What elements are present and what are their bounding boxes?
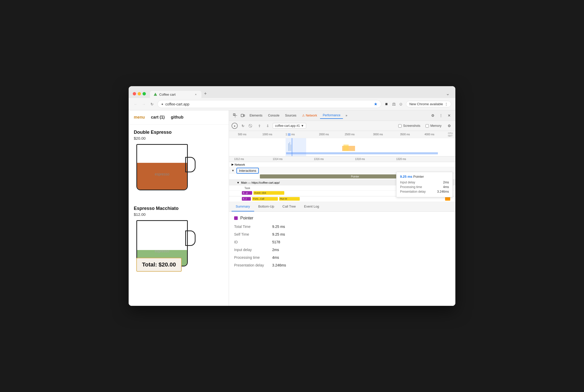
device-toolbar-button[interactable] [239, 112, 246, 119]
tab-network[interactable]: ⚠ Network [299, 112, 320, 119]
tab-event-log[interactable]: Event Log [300, 202, 323, 211]
bottom-tabs: Summary Bottom-Up Call Tree Event Log [229, 202, 455, 212]
minimize-traffic-light[interactable] [138, 92, 141, 95]
nav-github[interactable]: github [171, 115, 183, 120]
summary-title-row: Pointer [234, 216, 450, 220]
task-bar-run-m[interactable]: Run M [279, 197, 300, 201]
interaction-bar-container: Pointer 9.25 ms Pointer Input delay 2ms … [229, 174, 455, 180]
product-item-1: Double Espresso $20.00 espresso [134, 130, 224, 201]
total-badge: Total: $20.00 [136, 258, 182, 272]
close-traffic-light[interactable] [133, 92, 136, 95]
active-tab[interactable]: Coffee cart × [150, 91, 201, 98]
coffee-cup-1[interactable]: espresso [134, 144, 196, 201]
summary-row-processing: Processing time 4ms [234, 255, 450, 260]
clear-button[interactable]: ⃠ [248, 123, 254, 129]
ruler-tick-1ms: 1 |||| ms [286, 133, 295, 136]
address-bar: ← → ↻ ● coffee-cart.app ★ ◾ ⚖ ☺ New Chro… [129, 98, 455, 110]
cup-body-1: espresso [136, 144, 188, 190]
perf-toolbar: ● ↻ ⃠ ⇧ ⇩ coffee-cart.app #1 ▼ Screensho… [229, 121, 455, 131]
coffee-cup-2[interactable]: espresso Total: $20.00 [134, 220, 196, 272]
task-bar-event-click[interactable]: Event: click [253, 191, 284, 195]
task-bar-ep[interactable]: E...p [242, 191, 252, 195]
tab-title: Coffee cart [159, 93, 175, 96]
ruler-tick-4000: 4000 ms [424, 133, 434, 136]
timeline-chart[interactable] [229, 138, 455, 156]
labs-icon[interactable]: ⚖ [392, 102, 396, 106]
svg-rect-7 [288, 143, 289, 151]
tab-sources[interactable]: Sources [282, 112, 299, 119]
security-icon: ● [161, 102, 163, 106]
tooltip-row-processing: Processing time 4ms [400, 185, 449, 189]
tab-elements[interactable]: Elements [247, 112, 265, 119]
svg-rect-9 [290, 145, 291, 151]
network-row: ▶ Network [229, 162, 455, 167]
profile-icon[interactable]: ☺ [399, 102, 403, 106]
interactions-label[interactable]: Interactions [236, 168, 259, 174]
summary-row-input-delay: Input delay 2ms [234, 248, 450, 252]
tab-close-button[interactable]: × [194, 92, 198, 96]
tab-performance[interactable]: Performance [320, 112, 343, 119]
back-button[interactable]: ← [133, 101, 138, 107]
ruler-tick-1000: 1000 ms [262, 133, 272, 136]
tab-menu-button[interactable]: ⌄ [444, 89, 451, 98]
detail-ms-1320: 1320 ms [396, 158, 406, 161]
detail-ms-1316: 1316 ms [314, 158, 324, 161]
interaction-tooltip: 9.25 ms Pointer Input delay 2ms Processi… [396, 172, 453, 197]
network-expand-toggle[interactable]: ▶ [232, 163, 234, 166]
cpu-label: CPU [448, 132, 453, 135]
devtools-right-icons: ⚙ ⋮ ✕ [429, 112, 453, 119]
detail-ms-1314: 1314 ms [273, 158, 282, 161]
inspect-element-button[interactable] [232, 112, 239, 119]
forward-button[interactable]: → [141, 101, 147, 107]
main-thread-expand[interactable]: ▼ [237, 181, 240, 184]
task-bar-func-call[interactable]: Func...Call [252, 197, 278, 201]
detail-ms-1318: 1318 ms [355, 158, 365, 161]
session-label: coffee-cart.app #1 [275, 124, 300, 128]
svg-rect-12 [343, 145, 349, 151]
reload-record-button[interactable]: ↻ [240, 123, 246, 129]
tooltip-processing-label: Processing time [400, 185, 433, 189]
task-header-label: Task [244, 186, 250, 190]
more-tabs-button[interactable]: » [343, 112, 349, 119]
memory-checkbox[interactable] [426, 124, 429, 128]
timeline-overview: 500 ms 1000 ms 1 |||| ms 2000 ms 2500 ms… [229, 131, 455, 156]
upload-profile-button[interactable]: ⇧ [256, 123, 262, 129]
tab-summary[interactable]: Summary [232, 202, 254, 211]
maximize-traffic-light[interactable] [143, 92, 146, 95]
svg-rect-10 [286, 152, 438, 154]
new-chrome-menu-icon: ⋮ [445, 102, 448, 106]
url-bar[interactable]: ● coffee-cart.app ★ [157, 100, 381, 108]
ruler-tick-2500: 2500 ms [345, 133, 355, 136]
task-bar-end-orange[interactable] [445, 197, 450, 201]
new-tab-button[interactable]: + [201, 90, 209, 98]
tab-bottom-up[interactable]: Bottom-Up [254, 202, 278, 211]
product-item-2: Espresso Macchiato $12.00 espresso Total… [134, 206, 224, 272]
more-options-button[interactable]: ⋮ [437, 112, 445, 119]
interactions-expand-toggle[interactable]: ▼ [232, 169, 234, 172]
summary-value-processing: 4ms [272, 255, 279, 260]
record-button[interactable]: ● [232, 123, 238, 129]
settings-button[interactable]: ⚙ [429, 112, 436, 119]
task-bar-fl[interactable]: F...l [242, 197, 251, 201]
nav-cart[interactable]: cart (1) [151, 115, 165, 120]
session-selector[interactable]: coffee-cart.app #1 ▼ [273, 123, 306, 129]
screenshots-checkbox[interactable] [398, 124, 402, 128]
extensions-icon[interactable]: ◾ [384, 102, 389, 106]
tooltip-title: 9.25 ms Pointer [400, 175, 449, 179]
close-devtools-button[interactable]: ✕ [446, 112, 453, 119]
bookmark-icon[interactable]: ★ [374, 102, 377, 106]
nav-menu[interactable]: menu [134, 115, 145, 120]
network-warning-icon: ⚠ [302, 114, 306, 117]
reload-button[interactable]: ↻ [149, 101, 155, 107]
download-profile-button[interactable]: ⇩ [264, 123, 271, 129]
tab-call-tree[interactable]: Call Tree [278, 202, 300, 211]
summary-value-id: 5178 [272, 240, 280, 244]
summary-label-presentation: Presentation delay [234, 263, 270, 267]
tab-console[interactable]: Console [266, 112, 282, 119]
detail-ruler: 1312 ms 1314 ms 1316 ms 1318 ms 1320 ms [229, 156, 455, 162]
tooltip-row-input-delay: Input delay 2ms [400, 181, 449, 184]
summary-row-total-time: Total Time 9.25 ms [234, 225, 450, 229]
more-settings-button[interactable]: ⚙ [446, 122, 453, 129]
summary-value-input-delay: 2ms [272, 248, 279, 252]
new-chrome-button[interactable]: New Chrome available ⋮ [406, 101, 451, 107]
